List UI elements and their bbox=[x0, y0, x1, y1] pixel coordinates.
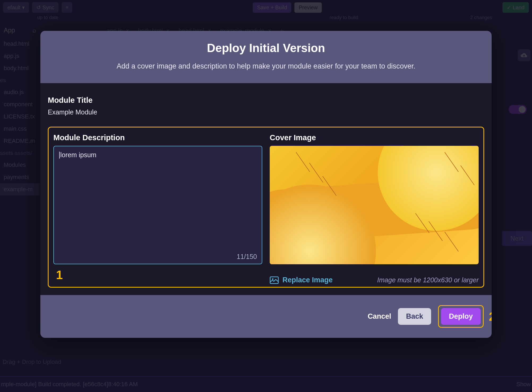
back-button[interactable]: Back bbox=[398, 308, 431, 325]
modal-footer: Cancel Back Deploy 2 bbox=[40, 295, 492, 338]
cover-image-preview bbox=[270, 146, 479, 264]
replace-image-button[interactable]: Replace Image bbox=[270, 276, 333, 284]
module-title-value: Example Module bbox=[48, 108, 484, 116]
modal-header: Deploy Initial Version Add a cover image… bbox=[40, 31, 492, 83]
annotation-number-2: 2 bbox=[489, 309, 492, 324]
cover-image-label: Cover Image bbox=[270, 133, 479, 142]
modal-body: Module Title Example Module Module Descr… bbox=[40, 83, 492, 295]
modal-subtitle: Add a cover image and description to hel… bbox=[48, 62, 484, 70]
annotation-box-2: Deploy 2 bbox=[438, 305, 484, 328]
module-title-label: Module Title bbox=[48, 96, 484, 105]
svg-point-1 bbox=[272, 278, 274, 280]
modal-title: Deploy Initial Version bbox=[48, 41, 484, 55]
char-count: 11/150 bbox=[237, 253, 257, 261]
image-size-hint: Image must be 1200x630 or larger bbox=[377, 276, 479, 284]
deploy-modal: Deploy Initial Version Add a cover image… bbox=[40, 31, 492, 338]
cancel-button[interactable]: Cancel bbox=[368, 312, 391, 321]
annotation-box-1: Module Description lorem ipsum 11/150 Co… bbox=[48, 127, 484, 288]
description-textarea[interactable]: lorem ipsum 11/150 bbox=[53, 146, 262, 264]
image-icon bbox=[270, 276, 279, 284]
description-label: Module Description bbox=[53, 133, 262, 142]
annotation-number-1: 1 bbox=[56, 268, 63, 282]
deploy-button[interactable]: Deploy bbox=[441, 308, 481, 325]
